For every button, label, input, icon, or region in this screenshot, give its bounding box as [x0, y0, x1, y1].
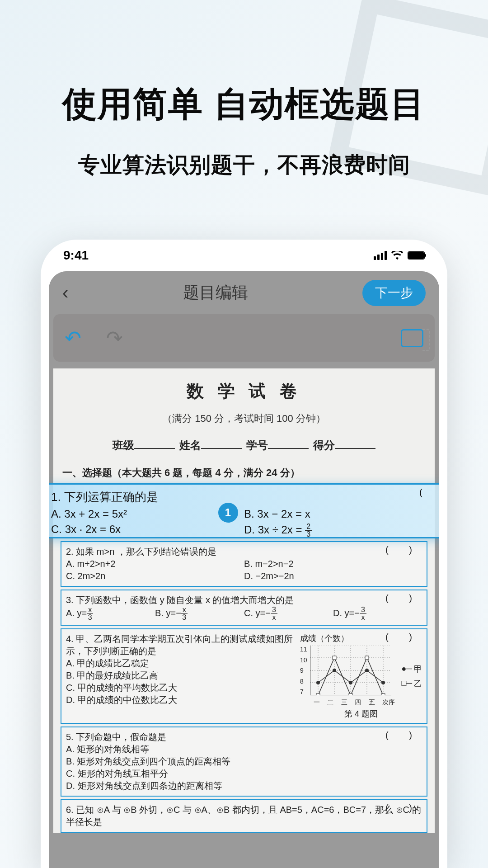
- q4-stem: 4. 甲、乙两名同学本学期五次引体向上的测试成绩如图所示，下列判断正确的是: [66, 633, 296, 657]
- q2-stem: 2. 如果 m>n ，那么下列结论错误的是: [66, 546, 422, 558]
- svg-rect-20: [381, 693, 385, 695]
- q6-stem: 6. 已知 ⊙A 与 ⊙B 外切，⊙C 与 ⊙A、⊙B 都内切，且 AB=5，A…: [66, 804, 422, 828]
- q3-stem: 3. 下列函数中，函数值 y 随自变量 x 的值增大而增大的是: [66, 594, 422, 606]
- app-header: ‹ 题目编辑 下一步: [49, 271, 439, 314]
- svg-point-11: [316, 681, 320, 684]
- phone-mockup: 9:41 ‹ 题目编辑 下一步 ↶ ↷ 数 学 试 卷 （满分 150 分，考试…: [41, 240, 447, 868]
- page-title: 题目编辑: [183, 282, 248, 304]
- q1-option-d: D. 3x ÷ 2x = 23: [244, 523, 437, 538]
- status-bar: 9:41: [41, 240, 447, 271]
- svg-point-14: [365, 669, 369, 672]
- next-step-button[interactable]: 下一步: [362, 280, 426, 306]
- svg-rect-18: [349, 693, 352, 695]
- legend-jia: ●─ 甲: [401, 664, 422, 675]
- wifi-icon: [391, 251, 403, 260]
- status-icons: [374, 251, 425, 260]
- highlight-number-badge: 1: [218, 503, 238, 523]
- svg-point-15: [381, 681, 385, 684]
- promo-subline: 专业算法识别题干，不再浪费时间: [0, 151, 488, 179]
- redo-button[interactable]: ↷: [106, 326, 123, 349]
- q4-chart: 成绩（个数） 1110987: [296, 633, 422, 719]
- q1-stem: 1. 下列运算正确的是: [51, 489, 437, 505]
- q1-option-a: A. 3x + 2x = 5x²: [51, 508, 244, 520]
- app-screen: ‹ 题目编辑 下一步 ↶ ↷ 数 学 试 卷 （满分 150 分，考试时间 10…: [49, 271, 439, 868]
- battery-icon: [408, 251, 425, 259]
- undo-button[interactable]: ↶: [65, 326, 81, 349]
- section-heading: 一、选择题（本大题共 6 题，每题 4 分，满分 24 分）: [59, 466, 429, 480]
- question-box-4[interactable]: 4. 甲、乙两名同学本学期五次引体向上的测试成绩如图所示，下列判断正确的是 A.…: [61, 628, 427, 724]
- question-box-3[interactable]: 3. 下列函数中，函数值 y 随自变量 x 的值增大而增大的是 ( ) A. y…: [61, 590, 427, 626]
- edit-toolbar: ↶ ↷: [53, 314, 435, 362]
- back-button[interactable]: ‹: [62, 283, 68, 303]
- exam-fields: 班级 姓名 学号 得分: [59, 438, 429, 453]
- cellular-icon: [374, 251, 387, 260]
- question-box-6[interactable]: 6. 已知 ⊙A 与 ⊙B 外切，⊙C 与 ⊙A、⊙B 都内切，且 AB=5，A…: [61, 799, 427, 833]
- status-time: 9:41: [63, 248, 89, 263]
- q1-option-c: C. 3x · 2x = 6x: [51, 523, 244, 538]
- legend-yi: □─ 乙: [401, 678, 422, 689]
- question-box-5[interactable]: 5. 下列命题中，假命题是 ( ) A. 矩形的对角线相等 B. 矩形对角线交点…: [61, 726, 427, 797]
- svg-point-12: [333, 669, 336, 672]
- q5-stem: 5. 下列命题中，假命题是: [66, 731, 422, 743]
- svg-rect-17: [333, 656, 336, 660]
- crop-tool-button[interactable]: [401, 329, 423, 347]
- document-viewport[interactable]: 数 学 试 卷 （满分 150 分，考试时间 100 分钟） 班级 姓名 学号 …: [53, 368, 435, 833]
- exam-subtitle: （满分 150 分，考试时间 100 分钟）: [59, 412, 429, 425]
- svg-rect-19: [365, 656, 369, 660]
- promo-headline: 使用简单 自动框选题目: [0, 81, 488, 128]
- q1-option-b: B. 3x − 2x = x: [244, 508, 437, 520]
- promo-headline-block: 使用简单 自动框选题目 专业算法识别题干，不再浪费时间: [0, 0, 488, 179]
- svg-point-13: [349, 681, 352, 684]
- question-box-2[interactable]: 2. 如果 m>n ，那么下列结论错误的是 ( ) A. m+2>n+2 B. …: [61, 541, 427, 587]
- exam-title: 数 学 试 卷: [59, 380, 429, 403]
- chart-plot: [310, 646, 391, 695]
- question-highlight[interactable]: 1. 下列运算正确的是 ( ) A. 3x + 2x = 5x² B. 3x −…: [49, 483, 439, 538]
- svg-rect-16: [316, 693, 320, 695]
